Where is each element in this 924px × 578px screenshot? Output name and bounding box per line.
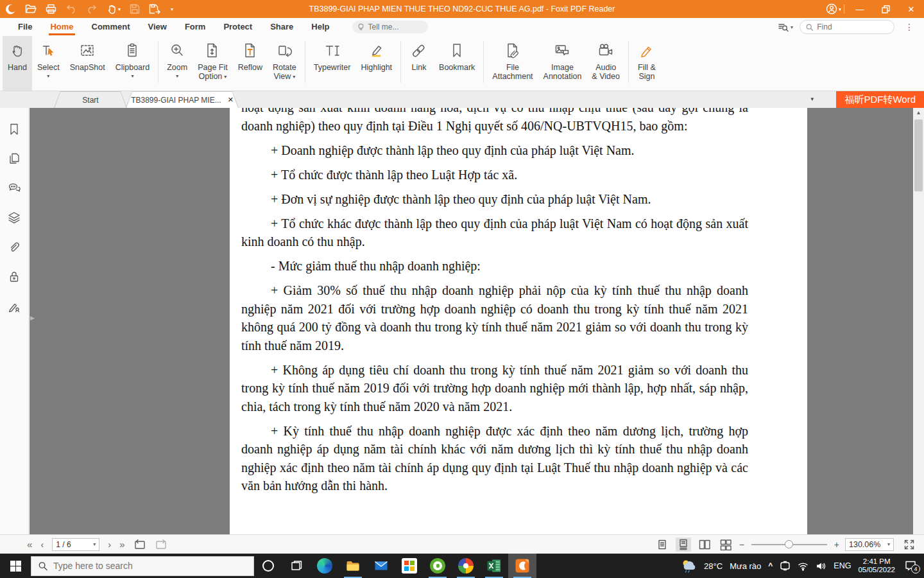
taskbar-clock[interactable]: 2:41 PM 05/05/2022 (858, 557, 895, 575)
signature-panel-icon[interactable] (7, 299, 21, 313)
link-button[interactable]: Link (404, 36, 434, 91)
zoom-in-button[interactable]: + (834, 539, 839, 550)
audio-video-button[interactable]: Audio & Video (586, 36, 625, 91)
taskbar-foxit[interactable] (508, 554, 536, 578)
highlight-button[interactable]: Highlight (355, 36, 397, 91)
taskbar-file-explorer[interactable] (339, 554, 367, 578)
taskbar-browser[interactable] (452, 554, 480, 578)
save-as-icon[interactable] (149, 4, 160, 14)
close-button[interactable]: ✕ (898, 0, 924, 18)
taskbar-coccoc[interactable] (424, 554, 452, 578)
panel-expand-handle[interactable]: ▶ (30, 315, 35, 321)
menu-item-share[interactable]: Share (261, 18, 302, 36)
menu-overflow-icon[interactable]: ⋮ (901, 22, 918, 32)
zoom-slider-thumb[interactable] (785, 540, 793, 548)
reflow-button[interactable]: Reflow (233, 36, 268, 91)
menu-item-form[interactable]: Form (176, 18, 215, 36)
menu-item-home[interactable]: Home (41, 18, 82, 36)
cortana-button[interactable] (254, 554, 282, 578)
vertical-scrollbar[interactable]: ▲ (913, 108, 924, 534)
taskbar-search-box[interactable] (31, 556, 254, 576)
account-caret-icon[interactable]: ▾ (839, 6, 841, 12)
wifi-icon[interactable] (798, 561, 809, 571)
comments-panel-icon[interactable] (7, 181, 21, 195)
continuous-view-button[interactable] (676, 538, 691, 552)
menu-item-view[interactable]: View (139, 18, 175, 36)
print-icon[interactable] (46, 4, 56, 14)
find-box[interactable] (800, 20, 894, 34)
qat-customize-caret-icon[interactable]: ▾ (171, 6, 173, 12)
taskbar-search-input[interactable] (53, 561, 246, 571)
zoom-button[interactable]: Zoom ▾ (162, 36, 193, 91)
pdf-to-word-button[interactable]: 福昕PDF转Word (836, 91, 924, 108)
image-annotation-button[interactable]: Image Annotation (538, 36, 587, 91)
pdf-page[interactable]: hoạt động sản xuất kinh doanh hàng hóa, … (230, 108, 807, 534)
tell-me-input[interactable] (368, 22, 423, 31)
single-page-view-button[interactable] (654, 538, 670, 552)
language-indicator[interactable]: ENG (834, 561, 851, 570)
pdf-paragraph: - Mức giảm thuế thu nhập doanh nghiệp: (241, 257, 748, 276)
first-page-button[interactable]: « (27, 539, 32, 550)
rotate-view-button[interactable]: Rotate View▾ (268, 36, 302, 91)
find-input[interactable] (817, 22, 888, 31)
previous-view-icon[interactable] (133, 539, 146, 550)
ribbon-divider (628, 41, 629, 83)
last-page-button[interactable]: » (119, 539, 124, 550)
start-button[interactable] (0, 554, 31, 578)
task-view-icon (290, 559, 303, 572)
previous-page-button[interactable]: ‹ (40, 539, 44, 550)
advanced-find-button[interactable]: ▾ (778, 22, 793, 32)
select-button[interactable]: Select ▾ (32, 36, 65, 91)
speaker-icon[interactable] (816, 561, 826, 571)
menu-item-comment[interactable]: Comment (83, 18, 139, 36)
hand-tool-quick[interactable]: ▾ (107, 4, 121, 15)
file-attachment-button[interactable]: File Attachment (487, 36, 538, 91)
weather-temperature[interactable]: 28°C (704, 561, 723, 571)
taskbar-mail[interactable] (367, 554, 395, 578)
screen-snip-icon[interactable] (780, 561, 791, 571)
hand-button[interactable]: Hand (3, 36, 32, 91)
typewriter-label: Typewriter (314, 63, 351, 72)
document-canvas[interactable]: ▶ hoạt động sản xuất kinh doanh hàng hóa… (30, 108, 924, 534)
scroll-up-icon[interactable]: ▲ (913, 110, 924, 116)
facing-view-button[interactable] (697, 538, 712, 552)
start-tab[interactable]: Start (54, 91, 127, 108)
fill-sign-button[interactable]: Fill & Sign (632, 36, 662, 91)
security-panel-icon[interactable] (7, 270, 21, 284)
next-page-button[interactable]: › (108, 539, 111, 550)
pages-panel-icon[interactable] (7, 152, 21, 166)
zoom-out-button[interactable]: − (739, 539, 744, 550)
taskbar-edge[interactable] (311, 554, 339, 578)
notification-center-button[interactable]: 4 (902, 557, 919, 574)
account-icon[interactable] (826, 3, 837, 15)
taskbar-store[interactable] (395, 554, 424, 578)
tab-close-icon[interactable]: ✕ (228, 96, 234, 104)
typewriter-button[interactable]: Typewriter (309, 36, 356, 91)
zoom-slider[interactable] (751, 538, 827, 551)
snapshot-button[interactable]: SnapShot (65, 36, 110, 91)
page-fit-option-button[interactable]: Page Fit Option▾ (193, 36, 233, 91)
restore-button[interactable] (873, 0, 898, 18)
menu-item-file[interactable]: File (9, 18, 41, 36)
page-number-box[interactable]: 1 / 6 ▾ (52, 538, 99, 551)
document-tab[interactable]: TB3899-GIAI PHAP MIE... ✕ (126, 91, 239, 108)
layers-panel-icon[interactable] (7, 211, 21, 225)
tell-me-box[interactable] (352, 21, 428, 33)
task-view-button[interactable] (282, 554, 311, 578)
minimize-button[interactable]: — (847, 0, 873, 18)
scrollbar-thumb[interactable] (914, 119, 923, 191)
fullscreen-icon[interactable] (903, 539, 915, 550)
attachments-panel-icon[interactable] (7, 240, 21, 254)
zoom-level-box[interactable]: 130.06% ▾ (845, 538, 894, 551)
menu-item-protect[interactable]: Protect (214, 18, 261, 36)
bookmarks-panel-icon[interactable] (7, 122, 21, 136)
tab-list-caret-icon[interactable]: ▾ (810, 96, 814, 102)
menu-item-help[interactable]: Help (302, 18, 338, 36)
clipboard-button[interactable]: Clipboard ▾ (110, 36, 155, 91)
bookmark-button[interactable]: Bookmark (434, 36, 480, 91)
taskbar-excel[interactable] (480, 554, 508, 578)
continuous-facing-view-button[interactable] (718, 538, 733, 552)
hidden-icons-chevron[interactable]: ^ (768, 561, 773, 570)
weather-description[interactable]: Mưa rào (730, 561, 761, 571)
open-file-icon[interactable] (25, 4, 37, 14)
